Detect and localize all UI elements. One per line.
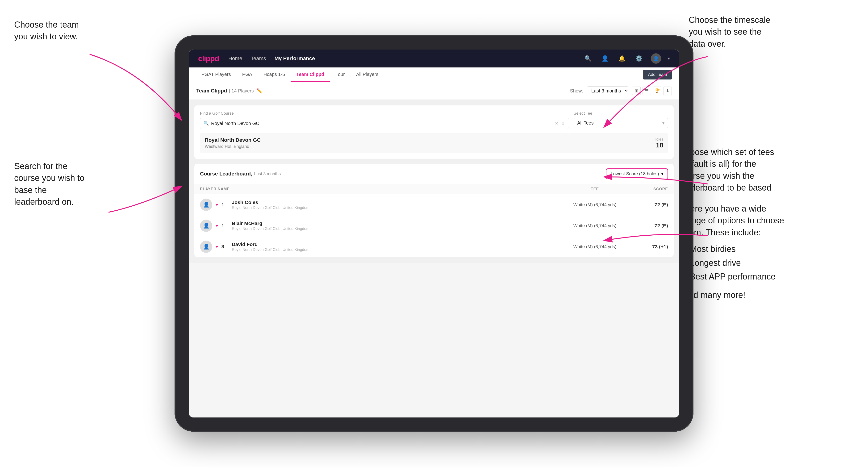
player-tee: White (M) (6,744 yds) [559,244,630,249]
course-name: Royal North Devon GC [205,137,261,143]
user-avatar[interactable]: 👤 [651,53,661,64]
app-logo: clippd [198,54,219,63]
annotation-options-text: Here you have a wide range of options to… [684,204,784,237]
course-result: Royal North Devon GC Westward Ho!, Engla… [200,133,668,153]
tablet-frame: clippd Home Teams My Performance 🔍 👤 🔔 ⚙… [175,35,693,432]
clear-search-icon[interactable]: ✕ [555,121,558,126]
grid-view-icon[interactable]: ⊞ [632,87,641,95]
bullet-drive: Longest drive [684,256,788,270]
heart-icon[interactable]: ♥ [216,203,218,207]
player-details: Josh Coles Royal North Devon Golf Club, … [232,199,309,210]
course-holes: Holes 18 [654,137,663,149]
team-header: Team Clippd | 14 Players ✏️ Show: Last 3… [189,82,679,100]
search-input-wrap[interactable]: 🔍 Royal North Devon GC ✕ ☆ [200,118,569,129]
player-club: Royal North Devon Golf Club, United King… [232,227,309,231]
score-type-value: Lowest Score (18 holes) [611,171,659,177]
annotation-search-text: Search for the course you wish to base t… [14,161,85,207]
sub-nav-team-clippd[interactable]: Team Clippd [290,67,330,82]
nav-home[interactable]: Home [228,55,242,62]
tablet-screen: clippd Home Teams My Performance 🔍 👤 🔔 ⚙… [189,50,679,417]
tee-value: All Tees [577,120,662,126]
nav-teams[interactable]: Teams [251,55,266,62]
edit-icon[interactable]: ✏️ [257,88,262,94]
annotation-options: Here you have a wide range of options to… [684,203,788,301]
annotation-team-choice-text: Choose the team you wish to view. [14,20,79,41]
leaderboard-card: Course Leaderboard, Last 3 months Lowest… [194,164,674,257]
sub-nav-pgat[interactable]: PGAT Players [196,67,237,82]
list-view-icon[interactable]: ☰ [643,87,651,95]
player-rank: 1 [221,201,228,208]
player-rank: 3 [221,244,228,250]
course-location: Westward Ho!, England [205,144,261,149]
table-row: 👤 ♥ 3 David Ford Royal North Devon Golf … [194,236,674,257]
bullet-app: Best APP performance [684,270,788,283]
sub-nav-hcaps[interactable]: Hcaps 1-5 [258,67,290,82]
sub-nav-tour[interactable]: Tour [330,67,350,82]
show-label: Show: [570,88,583,94]
col-tee: TEE [559,187,630,191]
annotation-timescale: Choose the timescale you wish to see the… [689,14,778,50]
heart-icon[interactable]: ♥ [216,244,218,249]
course-search-card: Find a Golf Course 🔍 Royal North Devon G… [194,105,674,159]
tee-chevron-icon: ▾ [662,121,664,126]
bullet-birdies: Most birdies [684,242,788,256]
settings-icon[interactable]: ⚙️ [634,53,644,64]
nav-my-performance[interactable]: My Performance [275,55,315,62]
avatar-chevron-icon: ▾ [668,56,670,61]
player-club: Royal North Devon Golf Club, United King… [232,206,309,210]
player-score: 72 (E) [630,223,668,228]
table-row: 👤 ♥ 1 Blair McHarg Royal North Devon Gol… [194,215,674,236]
bell-icon[interactable]: 🔔 [617,53,627,64]
holes-count: 18 [654,142,663,149]
show-period-select[interactable]: Last 3 months [587,86,628,95]
search-section: Find a Golf Course 🔍 Royal North Devon G… [200,111,569,129]
annotation-and-more: and many more! [684,289,788,301]
player-info: 👤 ♥ 1 Blair McHarg Royal North Devon Gol… [200,220,559,232]
score-select-chevron-icon: ▾ [661,172,663,176]
player-details: Blair McHarg Royal North Devon Golf Club… [232,220,309,231]
nav-links: Home Teams My Performance [228,55,315,62]
annotation-tees-text: Choose which set of tees (default is all… [679,147,774,205]
people-icon[interactable]: 👤 [600,53,610,64]
sub-nav-pga[interactable]: PGA [237,67,258,82]
score-type-select[interactable]: Lowest Score (18 holes) ▾ [606,168,668,179]
table-header: PLAYER NAME TEE SCORE [194,184,674,194]
arrow-team-choice [90,54,182,120]
player-tee: White (M) (6,744 yds) [559,202,630,207]
download-icon[interactable]: ⬇ [663,87,672,95]
heart-icon[interactable]: ♥ [216,223,218,228]
search-icon[interactable]: 🔍 [583,53,593,64]
search-label: Find a Golf Course [200,111,569,116]
team-controls: Show: Last 3 months ⊞ ☰ 🏆 ⬇ [570,86,672,95]
sub-nav-all-players[interactable]: All Players [350,67,384,82]
avatar: 👤 [200,241,212,253]
annotation-tees: Choose which set of tees (default is all… [679,146,778,206]
tee-section: Select Tee All Tees ▾ [574,111,668,129]
favorite-icon[interactable]: ☆ [561,120,565,126]
player-details: David Ford Royal North Devon Golf Club, … [232,242,309,252]
leaderboard-title: Course Leaderboard, [200,171,252,177]
trophy-icon[interactable]: 🏆 [653,87,661,95]
player-info: 👤 ♥ 1 Josh Coles Royal North Devon Golf … [200,198,559,211]
nav-bar: clippd Home Teams My Performance 🔍 👤 🔔 ⚙… [189,50,679,67]
col-score: SCORE [630,187,668,191]
sub-nav: PGAT Players PGA Hcaps 1-5 Team Clippd T… [189,67,679,82]
annotation-timescale-text: Choose the timescale you wish to see the… [689,15,770,49]
tee-select[interactable]: All Tees ▾ [574,118,668,128]
avatar: 👤 [200,220,212,232]
col-player: PLAYER NAME [200,187,559,191]
player-info: 👤 ♥ 3 David Ford Royal North Devon Golf … [200,241,559,253]
player-name: Blair McHarg [232,220,309,226]
avatar: 👤 [200,198,212,211]
view-icons: ⊞ ☰ 🏆 ⬇ [632,87,672,95]
arrow-search [108,186,182,212]
player-club: Royal North Devon Golf Club, United King… [232,248,309,252]
tee-label: Select Tee [574,111,668,116]
search-input[interactable]: Royal North Devon GC [211,121,552,126]
search-card-top: Find a Golf Course 🔍 Royal North Devon G… [200,111,668,129]
annotation-search: Search for the course you wish to base t… [14,160,94,208]
add-team-button[interactable]: Add Team [643,70,672,80]
nav-icons: 🔍 👤 🔔 ⚙️ 👤 ▾ [583,53,670,64]
player-rank: 1 [221,223,228,229]
search-icon-small: 🔍 [204,121,209,126]
